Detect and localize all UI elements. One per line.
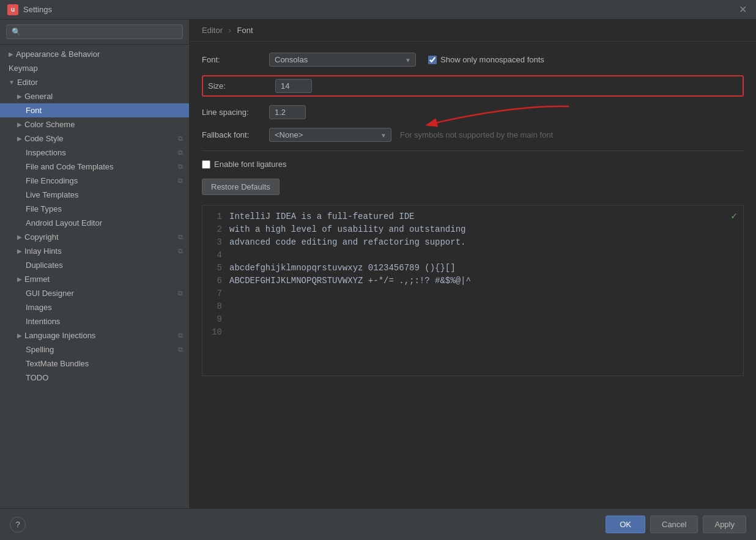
preview-line-4: 4 xyxy=(210,249,736,262)
sidebar-item-label: Language Injections xyxy=(24,331,95,340)
arrow-icon: ▶ xyxy=(17,234,22,240)
right-panel: Editor › Font Font: Consolas Courier New… xyxy=(190,20,756,508)
line-spacing-label: Line spacing: xyxy=(202,108,269,117)
sidebar-item-fileandcode[interactable]: File and Code Templates ⧉ xyxy=(0,160,189,174)
copy-icon: ⧉ xyxy=(178,177,183,185)
sidebar-item-emmet[interactable]: ▶ Emmet xyxy=(0,272,189,286)
preview-line-8: 8 xyxy=(210,300,736,313)
sidebar-item-label: Android Layout Editor xyxy=(26,218,102,227)
sidebar-item-label: Copyright xyxy=(24,232,59,242)
sidebar-item-label: General xyxy=(24,92,53,101)
sidebar-item-codestyle[interactable]: ▶ Code Style ⧉ xyxy=(0,131,189,146)
fallback-select[interactable]: <None> Arial Verdana xyxy=(269,128,391,142)
arrow-icon: ▶ xyxy=(17,121,22,128)
preview-line-6: 6 ABCDEFGHIJKLMNOPQRSTUVWXYZ +-*/= .,;:!… xyxy=(210,275,736,287)
preview-line-9: 9 xyxy=(210,313,736,326)
sidebar-item-label: Spelling xyxy=(26,345,54,354)
sidebar-item-colorscheme[interactable]: ▶ Color Scheme xyxy=(0,117,189,131)
fallback-row: Fallback font: <None> Arial Verdana ▼ Fo… xyxy=(202,128,744,142)
preview-line-3: 3 advanced code editing and refactoring … xyxy=(210,236,736,249)
sidebar-item-general[interactable]: ▶ General xyxy=(0,89,189,103)
breadcrumb: Editor › Font xyxy=(190,20,756,42)
arrow-icon: ▶ xyxy=(17,93,22,100)
check-icon: ✓ xyxy=(731,209,737,224)
sidebar-item-label: Editor xyxy=(17,78,38,87)
preview-line-2: 2 with a high level of usability and out… xyxy=(210,223,736,236)
title-bar: u Settings ✕ xyxy=(0,0,756,20)
copy-icon: ⧉ xyxy=(178,346,183,353)
sidebar-item-livetemplates[interactable]: Live Templates xyxy=(0,188,189,202)
sidebar-item-copyright[interactable]: ▶ Copyright ⧉ xyxy=(0,230,189,244)
line-number: 4 xyxy=(210,249,222,262)
line-number: 6 xyxy=(210,275,222,287)
restore-defaults-button[interactable]: Restore Defaults xyxy=(202,179,280,195)
sidebar-item-duplicates[interactable]: Duplicates xyxy=(0,258,189,272)
sidebar-item-todo[interactable]: TODO xyxy=(0,371,189,385)
font-select[interactable]: Consolas Courier New Fira Code JetBrains… xyxy=(269,53,416,67)
sidebar-item-label: File Encodings xyxy=(26,176,78,185)
monospaced-label: Show only monospaced fonts xyxy=(440,55,544,64)
size-input[interactable] xyxy=(275,79,312,93)
ligatures-label: Enable font ligatures xyxy=(214,160,287,169)
ligatures-checkbox[interactable] xyxy=(202,160,210,169)
sidebar-item-images[interactable]: Images xyxy=(0,300,189,314)
line-content: with a high level of usability and outst… xyxy=(229,223,465,236)
search-bar xyxy=(0,20,189,45)
copy-icon: ⧉ xyxy=(178,331,183,339)
font-select-wrapper: Consolas Courier New Fira Code JetBrains… xyxy=(269,53,416,67)
line-number: 5 xyxy=(210,262,222,275)
sidebar-item-languageinjections[interactable]: ▶ Language Injections ⧉ xyxy=(0,328,189,342)
preview-line-5: 5 abcdefghijklmnopqrstuvwxyz 0123456789 … xyxy=(210,262,736,275)
size-row-highlight: Size: xyxy=(202,75,744,97)
search-input[interactable] xyxy=(6,24,183,39)
sidebar-item-keymap[interactable]: Keymap xyxy=(0,61,189,75)
line-spacing-input[interactable] xyxy=(269,105,306,119)
copy-icon: ⧉ xyxy=(178,163,183,171)
preview-line-7: 7 xyxy=(210,287,736,300)
sidebar-item-font[interactable]: Font xyxy=(0,103,189,117)
monospaced-checkbox[interactable] xyxy=(428,56,437,64)
sidebar-item-label: Appearance & Behavior xyxy=(16,50,100,59)
line-number: 8 xyxy=(210,300,222,313)
sidebar-item-editor[interactable]: ▼ Editor xyxy=(0,75,189,89)
sidebar-item-label: TODO xyxy=(26,373,48,382)
sidebar-item-filetypes[interactable]: File Types xyxy=(0,202,189,216)
sidebar-item-label: Images xyxy=(26,303,52,312)
bottom-bar: ? OK Cancel Apply xyxy=(0,508,756,540)
main-content: ▶ Appearance & Behavior Keymap ▼ Editor … xyxy=(0,20,756,508)
arrow-icon: ▶ xyxy=(17,276,22,283)
preview-area: ✓ 1 IntelliJ IDEA is a full-featured IDE… xyxy=(202,205,744,376)
sidebar-item-spelling[interactable]: Spelling ⧉ xyxy=(0,342,189,357)
fallback-hint: For symbols not supported by the main fo… xyxy=(400,130,553,139)
sidebar-item-label: Code Style xyxy=(24,134,64,143)
help-button[interactable]: ? xyxy=(10,517,26,533)
line-number: 2 xyxy=(210,223,222,236)
apply-button[interactable]: Apply xyxy=(703,516,746,533)
sidebar-item-label: Duplicates xyxy=(26,261,63,270)
window-title: Settings xyxy=(23,5,52,14)
sidebar-item-intentions[interactable]: Intentions xyxy=(0,314,189,328)
sidebar-item-fileencodings[interactable]: File Encodings ⧉ xyxy=(0,174,189,188)
breadcrumb-part-editor: Editor xyxy=(202,26,223,35)
sidebar-item-guidesigner[interactable]: GUI Designer ⧉ xyxy=(0,286,189,300)
monospaced-checkbox-row: Show only monospaced fonts xyxy=(428,55,544,64)
size-label: Size: xyxy=(208,81,275,91)
copy-icon: ⧉ xyxy=(178,149,183,157)
copy-icon: ⧉ xyxy=(178,135,183,142)
sidebar-item-androidlayout[interactable]: Android Layout Editor xyxy=(0,216,189,230)
title-bar-left: u Settings xyxy=(7,4,52,15)
line-number: 1 xyxy=(210,210,222,223)
sidebar-item-inspections[interactable]: Inspections ⧉ xyxy=(0,146,189,160)
copy-icon: ⧉ xyxy=(178,289,183,297)
sidebar-item-label: TextMate Bundles xyxy=(26,359,89,368)
sidebar-item-textmatebundles[interactable]: TextMate Bundles xyxy=(0,357,189,371)
sidebar-item-label: Live Templates xyxy=(26,190,78,199)
cancel-button[interactable]: Cancel xyxy=(650,516,698,533)
sidebar: ▶ Appearance & Behavior Keymap ▼ Editor … xyxy=(0,20,190,508)
sidebar-item-label: File Types xyxy=(26,204,62,213)
sidebar-item-inlayhints[interactable]: ▶ Inlay Hints ⧉ xyxy=(0,244,189,258)
ok-button[interactable]: OK xyxy=(606,516,645,533)
sidebar-item-label: File and Code Templates xyxy=(26,162,114,171)
close-button[interactable]: ✕ xyxy=(736,4,749,16)
sidebar-item-appearance[interactable]: ▶ Appearance & Behavior xyxy=(0,47,189,61)
